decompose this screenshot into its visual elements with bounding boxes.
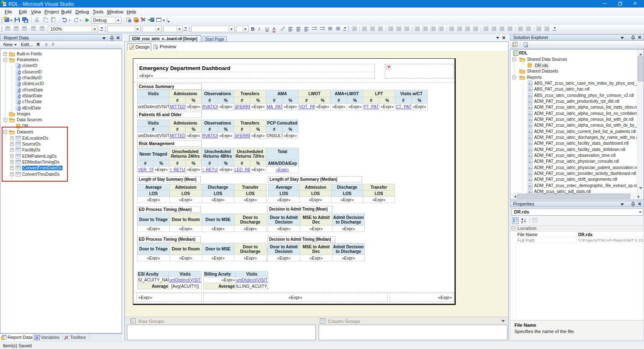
svg-text:@: @ bbox=[17, 76, 21, 81]
svg-text:@: @ bbox=[17, 100, 21, 104]
svg-text:@: @ bbox=[17, 64, 21, 68]
svg-text:X: X bbox=[35, 336, 39, 340]
svg-text:@: @ bbox=[17, 82, 21, 86]
svg-text:@: @ bbox=[17, 88, 21, 93]
svg-text:@: @ bbox=[17, 94, 21, 99]
svg-text:Z: Z bbox=[521, 221, 523, 224]
svg-text:@: @ bbox=[17, 70, 21, 75]
svg-text:@: @ bbox=[17, 106, 21, 111]
svg-text:A: A bbox=[521, 218, 523, 221]
